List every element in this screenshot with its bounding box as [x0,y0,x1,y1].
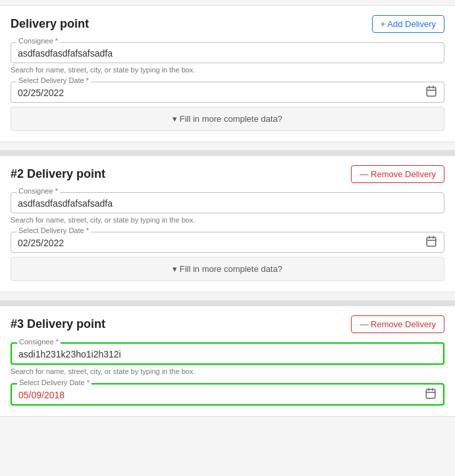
date-label-2: Select Delivery Date * [16,226,91,234]
consignee-hint-3: Search for name, street, city, or state … [11,367,444,375]
consignee-group-1: Consignee *Search for name, street, city… [11,42,444,74]
consignee-hint-2: Search for name, street, city, or state … [11,216,444,224]
date-wrapper-2: Select Delivery Date * [11,232,444,253]
section-title-1: Delivery point [11,17,89,31]
remove-delivery-button-2[interactable]: — Remove Delivery [351,165,444,183]
consignee-input-2[interactable] [18,198,437,209]
section-header-3: #3 Delivery point— Remove Delivery [11,315,444,333]
section-separator [0,150,455,155]
fill-more-bar-1[interactable]: ▾ Fill in more complete data? [11,107,444,131]
date-label-3: Select Delivery Date * [17,379,92,386]
date-wrapper-1: Select Delivery Date * [11,82,444,103]
section-header-1: Delivery point+ Add Delivery [11,15,444,33]
page-container: Delivery point+ Add DeliveryConsignee *S… [0,0,455,476]
remove-delivery-button-3[interactable]: — Remove Delivery [351,315,444,333]
consignee-hint-1: Search for name, street, city, or state … [11,66,444,74]
consignee-label-2: Consignee * [16,187,60,195]
calendar-icon-1[interactable] [425,86,437,99]
date-input-3[interactable] [18,390,417,400]
section-title-2: #2 Delivery point [11,167,105,181]
consignee-wrapper-3: Consignee * [11,342,444,365]
delivery-section-1: Delivery point+ Add DeliveryConsignee *S… [0,5,455,142]
add-delivery-button[interactable]: + Add Delivery [372,15,444,33]
svg-rect-8 [426,390,435,399]
fill-more-bar-2[interactable]: ▾ Fill in more complete data? [11,257,444,281]
delivery-section-2: #2 Delivery point— Remove DeliveryConsig… [0,155,455,292]
consignee-label-1: Consignee * [16,37,60,45]
date-input-1[interactable] [18,88,417,98]
consignee-wrapper-2: Consignee * [11,192,444,213]
delivery-section-3: #3 Delivery point— Remove DeliveryConsig… [0,305,455,417]
consignee-group-3: Consignee *Search for name, street, city… [11,342,444,375]
svg-rect-0 [427,88,436,97]
consignee-group-2: Consignee *Search for name, street, city… [11,192,444,224]
section-title-3: #3 Delivery point [11,317,105,331]
svg-rect-4 [427,238,436,247]
consignee-wrapper-1: Consignee * [11,42,444,63]
calendar-icon-3[interactable] [425,388,437,402]
consignee-label-3: Consignee * [17,338,61,346]
calendar-icon-2[interactable] [425,236,437,250]
consignee-input-1[interactable] [18,48,437,59]
section-separator [0,300,455,305]
section-header-2: #2 Delivery point— Remove Delivery [11,165,444,183]
date-input-2[interactable] [18,238,417,248]
date-wrapper-3: Select Delivery Date * [11,383,444,406]
consignee-input-3[interactable] [18,349,437,359]
date-label-1: Select Delivery Date * [16,76,91,84]
